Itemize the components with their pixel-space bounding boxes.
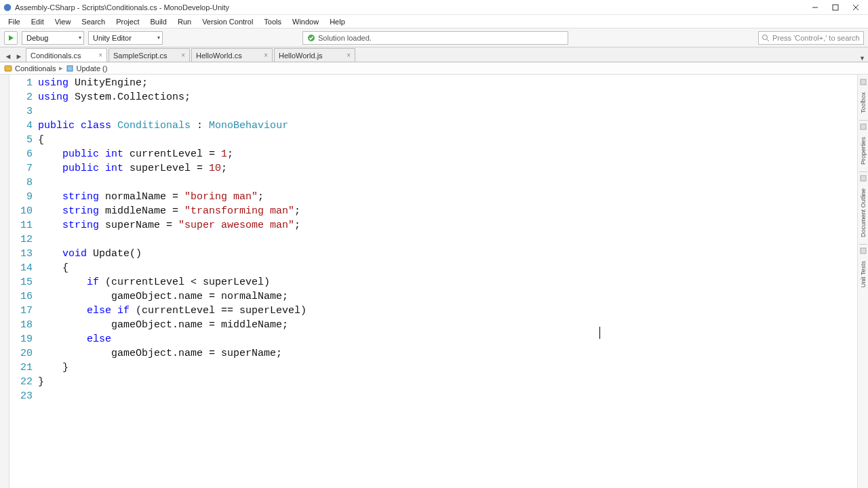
code-text[interactable]: } <box>38 361 68 375</box>
code-line[interactable]: 5{ <box>9 133 857 147</box>
document-tab[interactable]: SampleScript.cs× <box>108 48 190 62</box>
code-line[interactable]: 20 gameObject.name = superName; <box>9 346 857 361</box>
nav-forward-button[interactable]: ► <box>14 51 24 62</box>
code-line[interactable]: 18 gameObject.name = middleName; <box>9 318 857 332</box>
code-line[interactable]: 7 public int superLevel = 10; <box>9 161 857 176</box>
breadcrumb-class[interactable]: Conditionals <box>15 64 56 73</box>
code-text[interactable]: gameObject.name = superName; <box>38 346 282 361</box>
menu-item-build[interactable]: Build <box>144 16 172 27</box>
code-text[interactable]: string middleName = "transforming man"; <box>38 204 300 218</box>
code-text[interactable]: public int superLevel = 10; <box>38 161 227 176</box>
code-text[interactable]: public class Conditionals : MonoBehaviou… <box>38 119 288 133</box>
rail-tab-icon <box>860 175 867 182</box>
line-number: 13 <box>9 247 38 261</box>
svg-rect-11 <box>861 79 866 85</box>
code-line[interactable]: 1using UnityEngine; <box>9 76 857 90</box>
menu-item-edit[interactable]: Edit <box>26 16 50 27</box>
run-button[interactable] <box>4 31 18 45</box>
code-text[interactable]: gameObject.name = middleName; <box>38 318 288 332</box>
window-minimize-button[interactable] <box>806 1 825 14</box>
rail-tab-document-outline[interactable]: Document Outline <box>859 184 867 241</box>
code-line[interactable]: 10 string middleName = "transforming man… <box>9 204 857 218</box>
svg-point-7 <box>763 35 768 39</box>
window-close-button[interactable] <box>846 1 865 14</box>
code-line[interactable]: 8 <box>9 176 857 190</box>
document-tab[interactable]: HelloWorld.js× <box>274 48 355 62</box>
code-text[interactable]: if (currentLevel < superLevel) <box>38 275 270 289</box>
code-line[interactable]: 19 else <box>9 332 857 346</box>
rail-tab-icon <box>860 247 867 254</box>
tab-overflow-button[interactable]: ▼ <box>859 55 865 62</box>
code-editor[interactable]: 1using UnityEngine;2using System.Collect… <box>9 75 857 488</box>
code-line[interactable]: 3 <box>9 104 857 119</box>
line-number: 2 <box>9 90 38 104</box>
tab-close-icon[interactable]: × <box>98 52 102 59</box>
code-text[interactable]: using System.Collections; <box>38 90 191 104</box>
menu-item-search[interactable]: Search <box>76 16 111 27</box>
code-line[interactable]: 12 <box>9 232 857 247</box>
code-text[interactable]: gameObject.name = normalName; <box>38 289 288 304</box>
window-maximize-button[interactable] <box>826 1 845 14</box>
menu-item-file[interactable]: File <box>3 16 26 27</box>
code-line[interactable]: 15 if (currentLevel < superLevel) <box>9 275 857 289</box>
code-line[interactable]: 11 string superName = "super awesome man… <box>9 218 857 232</box>
code-text[interactable]: } <box>38 375 44 389</box>
rail-separator <box>859 120 867 121</box>
svg-rect-10 <box>67 66 73 71</box>
right-side-rail: ToolboxPropertiesDocument OutlineUnit Te… <box>857 75 868 488</box>
menu-item-help[interactable]: Help <box>324 16 351 27</box>
status-bar: Solution loaded. <box>302 31 568 45</box>
code-text[interactable]: string superName = "super awesome man"; <box>38 218 300 232</box>
breadcrumb-method[interactable]: Update () <box>77 64 108 73</box>
rail-tab-icon <box>860 123 867 130</box>
tab-close-icon[interactable]: × <box>181 52 185 59</box>
document-tab[interactable]: Conditionals.cs× <box>26 48 107 62</box>
menu-item-tools[interactable]: Tools <box>258 16 287 27</box>
search-placeholder: Press 'Control+,' to search <box>772 34 860 42</box>
rail-tab-toolbox[interactable]: Toolbox <box>859 88 867 117</box>
code-line[interactable]: 23 <box>9 389 857 403</box>
menu-item-view[interactable]: View <box>50 16 77 27</box>
line-number: 1 <box>9 76 38 90</box>
code-text[interactable]: else if (currentLevel == superLevel) <box>38 304 307 318</box>
code-line[interactable]: 4public class Conditionals : MonoBehavio… <box>9 119 857 133</box>
code-text[interactable]: { <box>38 133 44 147</box>
document-tab[interactable]: HelloWorld.cs× <box>191 48 273 62</box>
code-line[interactable]: 9 string normalName = "boring man"; <box>9 190 857 204</box>
breadcrumb: Conditionals ▸ Update () <box>0 62 868 75</box>
line-number: 10 <box>9 204 38 218</box>
menu-item-project[interactable]: Project <box>111 16 144 27</box>
code-text[interactable]: using UnityEngine; <box>38 76 148 90</box>
code-line[interactable]: 14 { <box>9 261 857 275</box>
rail-tab-unit-tests[interactable]: Unit Tests <box>859 257 867 291</box>
nav-back-button[interactable]: ◄ <box>3 51 14 62</box>
code-text[interactable]: { <box>38 261 68 275</box>
code-text[interactable]: void Update() <box>38 247 142 261</box>
menu-item-run[interactable]: Run <box>172 16 197 27</box>
marker-gutter[interactable] <box>0 75 9 488</box>
code-text[interactable]: public int currentLevel = 1; <box>38 147 233 161</box>
text-caret <box>599 327 600 339</box>
code-line[interactable]: 22} <box>9 375 857 389</box>
tab-close-icon[interactable]: × <box>347 52 351 59</box>
rail-tab-properties[interactable]: Properties <box>859 133 867 169</box>
code-line[interactable]: 16 gameObject.name = normalName; <box>9 289 857 304</box>
code-line[interactable]: 13 void Update() <box>9 247 857 261</box>
global-search-input[interactable]: Press 'Control+,' to search <box>758 31 864 45</box>
code-line[interactable]: 21 } <box>9 361 857 375</box>
svg-rect-9 <box>5 66 12 71</box>
class-icon <box>4 64 12 73</box>
tab-close-icon[interactable]: × <box>264 52 268 59</box>
line-number: 19 <box>9 332 38 346</box>
code-line[interactable]: 17 else if (currentLevel == superLevel) <box>9 304 857 318</box>
target-selector[interactable]: Unity Editor <box>88 31 163 45</box>
configuration-selector[interactable]: Debug <box>22 31 84 45</box>
code-text[interactable]: string normalName = "boring man"; <box>38 190 264 204</box>
line-number: 22 <box>9 375 38 389</box>
menu-item-window[interactable]: Window <box>287 16 324 27</box>
menu-item-version-control[interactable]: Version Control <box>197 16 258 27</box>
code-line[interactable]: 2using System.Collections; <box>9 90 857 104</box>
status-text: Solution loaded. <box>318 34 372 42</box>
code-text[interactable]: else <box>38 332 111 346</box>
code-line[interactable]: 6 public int currentLevel = 1; <box>9 147 857 161</box>
